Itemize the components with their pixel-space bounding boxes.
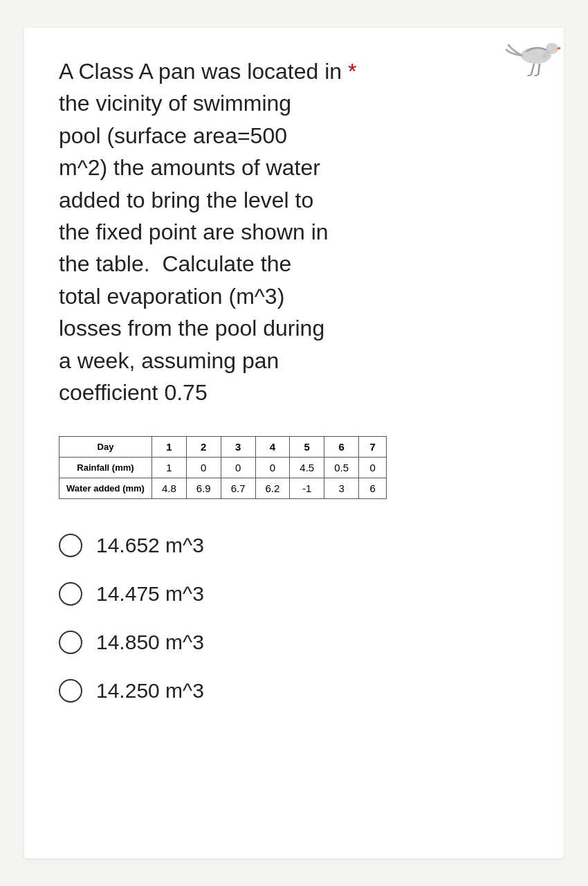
option-c[interactable]: 14.850 m^3: [59, 631, 529, 654]
table-cell-water-3: 6.7: [221, 478, 255, 499]
table-cell-water-1: 4.8: [151, 478, 186, 499]
option-a-label: 14.652 m^3: [96, 534, 204, 557]
option-a[interactable]: 14.652 m^3: [59, 534, 529, 557]
table-header-2: 2: [186, 437, 221, 458]
svg-line-7: [534, 75, 538, 76]
option-c-label: 14.850 m^3: [96, 631, 204, 654]
table-cell-water-5: -1: [290, 478, 324, 499]
svg-line-4: [531, 64, 534, 75]
radio-c[interactable]: [59, 631, 82, 654]
radio-b[interactable]: [59, 582, 82, 606]
table-header-7: 7: [359, 437, 387, 458]
option-d[interactable]: 14.250 m^3: [59, 679, 529, 703]
table-cell-rainfall-6: 0.5: [324, 458, 359, 478]
svg-line-3: [544, 53, 548, 57]
data-table: Day 1 2 3 4 5 6 7 Rainfall (mm) 1 0 0 0 …: [59, 436, 387, 499]
table-header-5: 5: [290, 437, 324, 458]
table-cell-rainfall-3: 0: [221, 458, 255, 478]
table-label-water-added: Water added (mm): [59, 478, 152, 499]
table-header-6: 6: [324, 437, 359, 458]
question-text: A Class A pan was located in * the vicin…: [59, 55, 529, 408]
svg-line-2: [558, 47, 560, 48]
option-b[interactable]: 14.475 m^3: [59, 582, 529, 606]
table-cell-water-4: 6.2: [255, 478, 290, 499]
table-row-rainfall: Rainfall (mm) 1 0 0 0 4.5 0.5 0: [59, 458, 387, 478]
table-label-rainfall: Rainfall (mm): [59, 458, 152, 478]
table-cell-water-6: 3: [324, 478, 359, 499]
table-cell-water-2: 6.9: [186, 478, 221, 499]
table-cell-rainfall-5: 4.5: [290, 458, 324, 478]
table-row-water-added: Water added (mm) 4.8 6.9 6.7 6.2 -1 3 6: [59, 478, 387, 499]
option-d-label: 14.250 m^3: [96, 679, 204, 703]
options-container: 14.652 m^3 14.475 m^3 14.850 m^3 14.250 …: [59, 534, 529, 703]
radio-d[interactable]: [59, 679, 82, 703]
table-header-3: 3: [221, 437, 255, 458]
table-cell-rainfall-4: 0: [255, 458, 290, 478]
table-cell-water-7: 6: [359, 478, 387, 499]
page-container: A Class A pan was located in * the vicin…: [24, 28, 564, 858]
table-cell-rainfall-7: 0: [359, 458, 387, 478]
table-cell-rainfall-1: 1: [151, 458, 186, 478]
svg-line-5: [538, 64, 540, 75]
table-cell-rainfall-2: 0: [186, 458, 221, 478]
table-header-1: 1: [151, 437, 186, 458]
asterisk: *: [348, 59, 356, 84]
table-header-4: 4: [255, 437, 290, 458]
option-b-label: 14.475 m^3: [96, 582, 204, 606]
radio-a[interactable]: [59, 534, 82, 557]
table-header-day: Day: [59, 437, 152, 458]
